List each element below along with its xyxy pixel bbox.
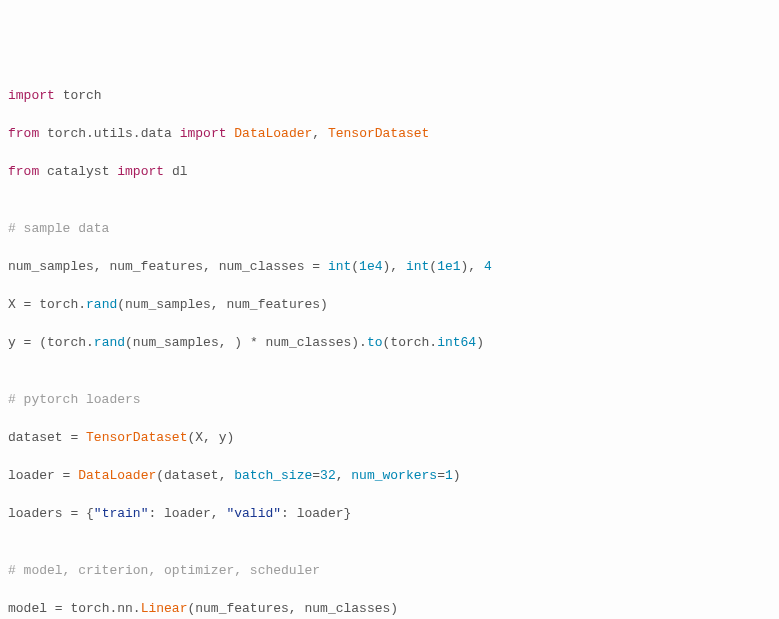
code-line: y = (torch.rand(num_samples, ) * num_cla… bbox=[8, 333, 771, 352]
op: = bbox=[312, 259, 320, 274]
expr: (torch. bbox=[31, 335, 93, 350]
code-line: dataset = TensorDataset(X, y) bbox=[8, 428, 771, 447]
args: (num_samples, num_features) bbox=[117, 297, 328, 312]
num: 1e1 bbox=[437, 259, 460, 274]
expr: : loader} bbox=[281, 506, 351, 521]
var: model bbox=[8, 601, 55, 616]
code-line: import torch bbox=[8, 86, 771, 105]
comment: # model, criterion, optimizer, scheduler bbox=[8, 563, 320, 578]
fn: int bbox=[406, 259, 429, 274]
op: ), bbox=[383, 259, 406, 274]
vars: num_samples, num_features, num_classes bbox=[8, 259, 312, 274]
kw-import: import bbox=[180, 126, 227, 141]
op: ), bbox=[461, 259, 484, 274]
var: loaders bbox=[8, 506, 70, 521]
expr: torch. bbox=[31, 297, 86, 312]
sp bbox=[320, 259, 328, 274]
num: 32 bbox=[320, 468, 336, 483]
args: (num_features, num_classes) bbox=[187, 601, 398, 616]
num: 1e4 bbox=[359, 259, 382, 274]
op: ) bbox=[453, 468, 461, 483]
num: 1 bbox=[445, 468, 453, 483]
op: ( bbox=[351, 259, 359, 274]
class-name: TensorDataset bbox=[86, 430, 187, 445]
code-line: X = torch.rand(num_samples, num_features… bbox=[8, 295, 771, 314]
op: { bbox=[78, 506, 94, 521]
op: = bbox=[55, 601, 63, 616]
class-name: Linear bbox=[141, 601, 188, 616]
code-line: from torch.utils.data import DataLoader,… bbox=[8, 124, 771, 143]
expr: (dataset, bbox=[156, 468, 234, 483]
class-name: TensorDataset bbox=[328, 126, 429, 141]
var: dataset bbox=[8, 430, 70, 445]
string: "valid" bbox=[226, 506, 281, 521]
op: = bbox=[312, 468, 320, 483]
kw-from: from bbox=[8, 164, 39, 179]
expr: : loader, bbox=[148, 506, 226, 521]
var: loader bbox=[8, 468, 63, 483]
op: ( bbox=[429, 259, 437, 274]
op: * bbox=[250, 335, 258, 350]
expr: (torch. bbox=[383, 335, 438, 350]
t bbox=[55, 88, 63, 103]
mod-path: torch.utils.data bbox=[47, 126, 172, 141]
class-name: DataLoader bbox=[234, 126, 312, 141]
code-line: from catalyst import dl bbox=[8, 162, 771, 181]
code-line: # pytorch loaders bbox=[8, 390, 771, 409]
import-name: dl bbox=[172, 164, 188, 179]
kw-import: import bbox=[117, 164, 164, 179]
code-line: num_samples, num_features, num_classes =… bbox=[8, 257, 771, 276]
var: X bbox=[8, 297, 24, 312]
fn: rand bbox=[94, 335, 125, 350]
code-line: loader = DataLoader(dataset, batch_size=… bbox=[8, 466, 771, 485]
fn: int bbox=[328, 259, 351, 274]
string: "train" bbox=[94, 506, 149, 521]
comment: # pytorch loaders bbox=[8, 392, 141, 407]
kwarg: num_workers bbox=[351, 468, 437, 483]
sp bbox=[78, 430, 86, 445]
num: 4 bbox=[484, 259, 492, 274]
class-name: DataLoader bbox=[78, 468, 156, 483]
fn: to bbox=[367, 335, 383, 350]
comment: # sample data bbox=[8, 221, 109, 236]
fn: rand bbox=[86, 297, 117, 312]
code-line: model = torch.nn.Linear(num_features, nu… bbox=[8, 599, 771, 618]
kw-import: import bbox=[8, 88, 55, 103]
args: (X, y) bbox=[187, 430, 234, 445]
op: , bbox=[336, 468, 352, 483]
attr: int64 bbox=[437, 335, 476, 350]
op: ) bbox=[476, 335, 484, 350]
kw-from: from bbox=[8, 126, 39, 141]
expr: torch.nn. bbox=[63, 601, 141, 616]
code-line: loaders = {"train": loader, "valid": loa… bbox=[8, 504, 771, 523]
mod: torch bbox=[63, 88, 102, 103]
mod-path: catalyst bbox=[47, 164, 109, 179]
code-line: # sample data bbox=[8, 219, 771, 238]
kwarg: batch_size bbox=[234, 468, 312, 483]
expr: (num_samples, ) bbox=[125, 335, 250, 350]
code-line: # model, criterion, optimizer, scheduler bbox=[8, 561, 771, 580]
sep: , bbox=[312, 126, 328, 141]
op: = bbox=[437, 468, 445, 483]
var: y bbox=[8, 335, 24, 350]
expr: num_classes). bbox=[258, 335, 367, 350]
